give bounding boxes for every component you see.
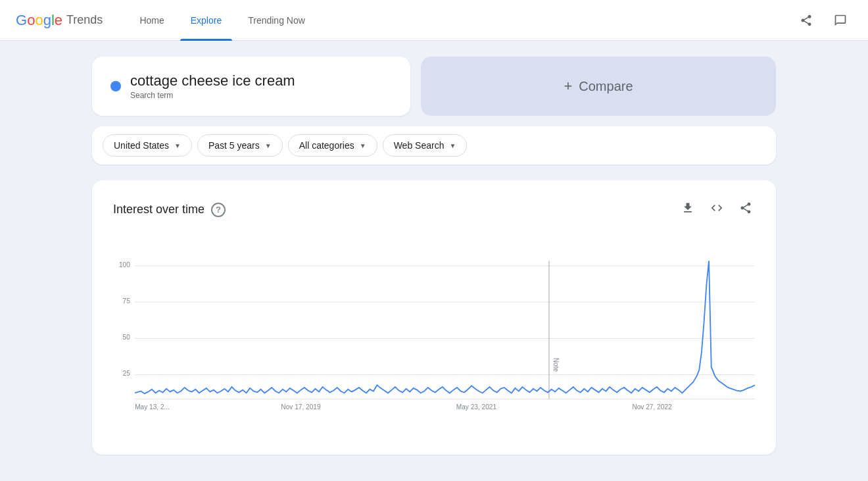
search-type-filter-arrow: ▼	[449, 142, 456, 149]
search-type-label: Search term	[130, 91, 295, 100]
compare-card[interactable]: + Compare	[421, 57, 776, 116]
header-actions	[794, 9, 852, 32]
feedback-icon	[834, 14, 847, 27]
region-filter-arrow: ▼	[174, 142, 181, 149]
chart-container: 100 75 50 25 Note May 13, 2... Nov 17, 2…	[113, 241, 755, 428]
download-icon	[681, 201, 694, 215]
search-card: cottage cheese ice cream Search term	[92, 57, 410, 116]
x-label-3: May 23, 2021	[456, 403, 497, 411]
filters-card: United States ▼ Past 5 years ▼ All categ…	[92, 126, 776, 165]
y-label-50: 50	[123, 334, 131, 341]
chart-header: Interest over time ?	[113, 199, 755, 220]
search-type-filter[interactable]: Web Search ▼	[383, 134, 468, 157]
category-filter-arrow: ▼	[360, 142, 366, 149]
search-text-block: cottage cheese ice cream Search term	[130, 72, 295, 100]
logo: Google Trends	[16, 12, 103, 29]
search-term-text: cottage cheese ice cream	[130, 72, 295, 89]
y-label-75: 75	[123, 297, 131, 305]
compare-plus-icon: +	[564, 78, 572, 95]
time-range-filter-arrow: ▼	[265, 142, 272, 149]
header: Google Trends Home Explore Trending Now	[0, 0, 868, 41]
interest-chart: 100 75 50 25 Note May 13, 2... Nov 17, 2…	[113, 241, 755, 426]
feedback-button[interactable]	[829, 9, 852, 32]
nav-home[interactable]: Home	[129, 0, 174, 41]
help-icon[interactable]: ?	[211, 203, 226, 217]
main-nav: Home Explore Trending Now	[129, 0, 315, 40]
x-label-2: Nov 17, 2019	[281, 403, 321, 411]
nav-explore[interactable]: Explore	[180, 0, 232, 41]
share-icon	[800, 14, 813, 27]
search-area: cottage cheese ice cream Search term + C…	[92, 57, 776, 116]
y-label-100: 100	[119, 261, 130, 268]
chart-card: Interest over time ?	[92, 180, 776, 455]
nav-trending-now[interactable]: Trending Now	[237, 0, 316, 41]
main-content: cottage cheese ice cream Search term + C…	[0, 41, 868, 470]
chart-title: Interest over time	[113, 203, 205, 216]
trends-wordmark: Trends	[66, 13, 103, 27]
region-filter[interactable]: United States ▼	[103, 134, 192, 157]
embed-icon	[710, 201, 723, 215]
embed-chart-button[interactable]	[708, 199, 726, 220]
share-chart-icon	[739, 201, 752, 215]
search-type-filter-label: Web Search	[394, 140, 445, 151]
category-filter-label: All categories	[299, 140, 354, 151]
note-label: Note	[552, 358, 560, 372]
search-dot	[110, 81, 121, 91]
compare-label: Compare	[579, 79, 633, 94]
google-wordmark: Google	[16, 12, 62, 29]
download-chart-button[interactable]	[679, 199, 697, 220]
y-label-25: 25	[123, 370, 131, 377]
share-chart-button[interactable]	[736, 199, 755, 220]
time-range-filter-label: Past 5 years	[208, 140, 260, 151]
x-label-1: May 13, 2...	[135, 403, 170, 411]
category-filter[interactable]: All categories ▼	[288, 134, 377, 157]
share-button[interactable]	[794, 9, 818, 32]
region-filter-label: United States	[114, 140, 169, 151]
time-range-filter[interactable]: Past 5 years ▼	[197, 134, 283, 157]
trend-line	[135, 261, 755, 394]
x-label-4: Nov 27, 2022	[632, 403, 672, 411]
chart-actions	[679, 199, 755, 220]
chart-title-row: Interest over time ?	[113, 203, 226, 217]
